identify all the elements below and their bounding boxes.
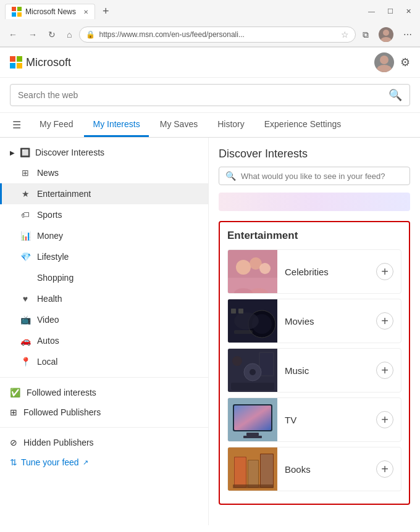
entertainment-section: Entertainment Cele	[219, 221, 410, 505]
logo-square-red	[10, 56, 15, 62]
new-tab-button[interactable]: +	[99, 5, 113, 18]
user-avatar[interactable]	[374, 52, 394, 72]
svg-rect-0	[12, 7, 16, 11]
tab-my-saves[interactable]: My Saves	[151, 113, 206, 137]
sidebar-item-video[interactable]: 📺 Video	[0, 309, 208, 330]
followed-publishers-icon: ⊞	[10, 407, 17, 417]
sidebar-local-label: Local	[37, 357, 57, 367]
ms-header: Microsoft ⚙	[0, 48, 420, 78]
discover-section: Discover Interests 🔍	[219, 148, 410, 211]
right-content: Discover Interests 🔍 Entertainment	[209, 138, 420, 525]
search-input-wrap[interactable]: 🔍	[10, 84, 410, 106]
svg-rect-27	[231, 383, 274, 390]
tab-my-interests[interactable]: My Interests	[84, 113, 148, 137]
interest-card-books: Books +	[227, 447, 401, 491]
movies-add-button[interactable]: +	[376, 312, 393, 330]
tab-title: Microsoft News	[25, 7, 76, 16]
tab-my-feed[interactable]: My Feed	[31, 113, 82, 137]
refresh-button[interactable]: ↻	[44, 27, 59, 42]
tab-experience-settings[interactable]: Experience Settings	[256, 113, 350, 137]
star-icon[interactable]: ☆	[341, 30, 349, 39]
sidebar-item-money[interactable]: 📊 Money	[0, 225, 208, 246]
address-bar[interactable]: 🔒 https://www.msn.com/en-us/feed/persona…	[79, 27, 356, 43]
search-icon[interactable]: 🔍	[388, 88, 402, 102]
sidebar-followed-interests[interactable]: ✅ Followed interests	[0, 383, 208, 402]
followed-interests-label: Followed interests	[27, 388, 96, 397]
sidebar-entertainment-label: Entertainment	[37, 189, 91, 199]
svg-rect-33	[246, 433, 259, 436]
movies-label: Movies	[277, 316, 376, 326]
sidebar-item-lifestyle[interactable]: 💎 Lifestyle	[0, 246, 208, 267]
sidebar-divider-2	[0, 427, 208, 428]
svg-point-6	[380, 56, 388, 64]
celebrities-thumbnail	[228, 250, 277, 293]
tv-add-button[interactable]: +	[376, 411, 393, 428]
shopping-icon	[20, 272, 31, 283]
svg-rect-32	[234, 405, 271, 430]
close-button[interactable]: ✕	[402, 6, 415, 17]
music-add-button[interactable]: +	[376, 362, 393, 379]
books-add-button[interactable]: +	[376, 460, 393, 478]
home-button[interactable]: ⌂	[63, 27, 75, 42]
avatar	[379, 27, 393, 42]
profile-button[interactable]	[376, 25, 397, 44]
music-thumbnail	[228, 349, 277, 392]
url-text: https://www.msn.com/en-us/feed/personali…	[99, 30, 337, 39]
tune-icon: ⇅	[10, 457, 17, 467]
sidebar-item-entertainment[interactable]: ★ Entertainment	[0, 183, 208, 204]
sidebar-item-local[interactable]: 📍 Local	[0, 351, 208, 372]
external-link-icon: ↗	[83, 459, 88, 467]
maximize-button[interactable]: ☐	[384, 6, 397, 17]
discover-preview-gradient	[219, 193, 410, 211]
sidebar-item-sports[interactable]: 🏷 Sports	[0, 204, 208, 225]
sidebar-money-label: Money	[37, 231, 63, 241]
logo-square-green	[17, 56, 22, 62]
svg-rect-19	[234, 330, 253, 334]
movies-thumbnail	[228, 299, 277, 343]
svg-point-26	[250, 369, 256, 375]
back-button[interactable]: ←	[5, 27, 21, 42]
settings-icon[interactable]: ⚙	[400, 56, 410, 69]
books-label: Books	[277, 464, 376, 475]
lifestyle-icon: 💎	[20, 251, 31, 262]
svg-point-4	[383, 30, 389, 36]
tab-history[interactable]: History	[209, 113, 253, 137]
browser-tab[interactable]: Microsoft News ✕	[5, 4, 95, 19]
sidebar-item-health[interactable]: ♥ Health	[0, 288, 208, 309]
more-button[interactable]: ⋯	[400, 28, 415, 41]
discover-title: Discover Interests	[219, 148, 410, 160]
svg-rect-2	[12, 12, 16, 17]
sidebar-hidden-publishers[interactable]: ⊘ Hidden Publishers	[0, 433, 208, 452]
svg-rect-24	[260, 353, 273, 375]
forward-button[interactable]: →	[25, 27, 41, 42]
svg-rect-20	[231, 309, 236, 314]
followed-interests-icon: ✅	[10, 388, 20, 397]
ms-logo-squares	[10, 56, 22, 69]
discover-search[interactable]: 🔍	[219, 167, 410, 185]
sidebar-news-label: News	[37, 168, 59, 178]
sidebar-discover-header[interactable]: ▶ 🔲 Discover Interests	[0, 143, 208, 162]
search-input[interactable]	[18, 90, 384, 100]
logo-square-yellow	[17, 63, 22, 69]
hamburger-icon[interactable]: ☰	[10, 113, 23, 137]
sidebar-item-shopping[interactable]: Shopping	[0, 267, 208, 288]
celebrities-add-button[interactable]: +	[376, 263, 393, 280]
sidebar-autos-label: Autos	[37, 336, 59, 346]
video-icon: 📺	[20, 314, 31, 325]
sidebar-discover-label: Discover Interests	[35, 148, 104, 157]
collections-button[interactable]: ⧉	[359, 28, 372, 42]
tune-your-feed-link[interactable]: ⇅ Tune your feed ↗	[0, 452, 208, 472]
logo-square-blue	[10, 63, 15, 69]
sidebar-followed-publishers[interactable]: ⊞ Followed Publishers	[0, 402, 208, 422]
nav-tabs: ☰ My Feed My Interests My Saves History …	[0, 113, 420, 138]
entertainment-icon: ★	[20, 188, 31, 199]
tab-close-button[interactable]: ✕	[83, 9, 88, 15]
sidebar-item-news[interactable]: ⊞ News	[0, 162, 208, 183]
minimize-button[interactable]: —	[364, 6, 379, 17]
discover-search-icon: 🔍	[225, 171, 236, 181]
interest-card-celebrities: Celebrities +	[227, 249, 401, 294]
money-icon: 📊	[20, 230, 31, 241]
discover-icon: 🔲	[20, 148, 30, 157]
discover-search-input[interactable]	[241, 172, 403, 181]
sidebar-item-autos[interactable]: 🚗 Autos	[0, 330, 208, 351]
